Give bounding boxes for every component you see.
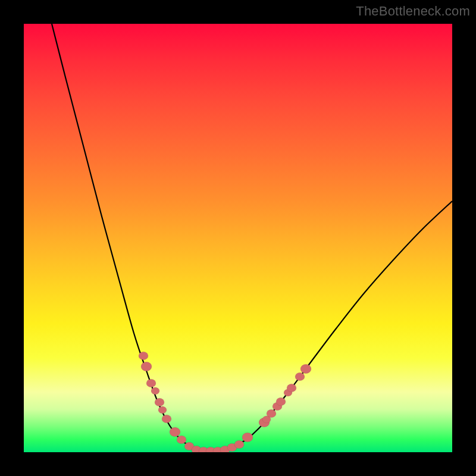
data-dot <box>234 440 244 449</box>
watermark-text: TheBottleneck.com <box>356 4 470 19</box>
data-dots-group <box>139 352 311 452</box>
bottleneck-curve <box>52 24 452 452</box>
data-dot <box>141 362 152 371</box>
data-dot <box>267 409 276 418</box>
data-dot <box>146 379 156 387</box>
data-dot <box>287 384 296 392</box>
plot-area <box>24 24 452 452</box>
data-dot <box>151 387 159 394</box>
data-dot <box>158 406 167 414</box>
data-dot <box>155 398 164 406</box>
data-dot <box>162 415 171 423</box>
data-dot <box>177 436 186 444</box>
data-dot <box>139 352 148 360</box>
data-dot <box>276 397 286 406</box>
chart-overlay <box>24 24 452 452</box>
data-dot <box>300 364 311 373</box>
data-dot <box>242 433 253 441</box>
data-dot <box>170 427 180 436</box>
outer-frame: TheBottleneck.com <box>0 0 476 476</box>
data-dot <box>295 372 305 381</box>
